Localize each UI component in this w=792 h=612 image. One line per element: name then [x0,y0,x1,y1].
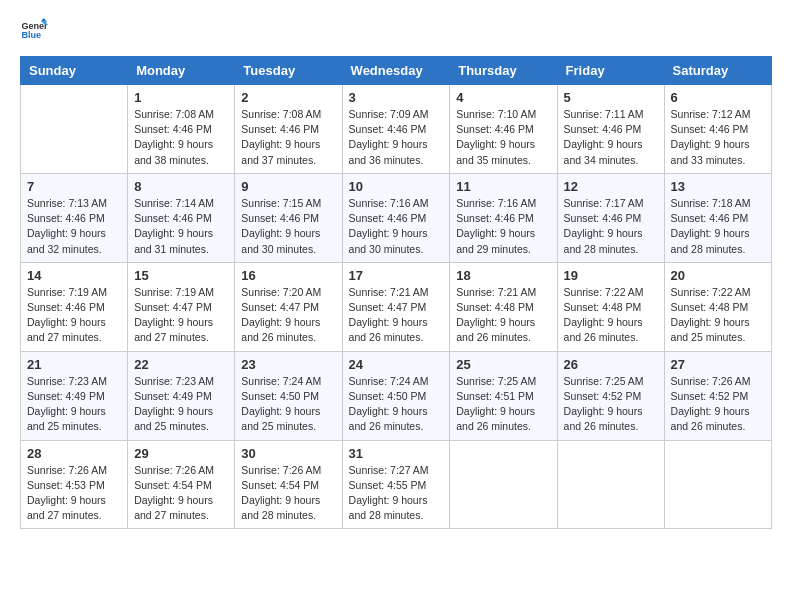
calendar-cell: 16Sunrise: 7:20 AMSunset: 4:47 PMDayligh… [235,262,342,351]
day-info: Sunrise: 7:22 AMSunset: 4:48 PMDaylight:… [671,285,765,346]
day-number: 11 [456,179,550,194]
day-info: Sunrise: 7:20 AMSunset: 4:47 PMDaylight:… [241,285,335,346]
day-number: 22 [134,357,228,372]
day-number: 29 [134,446,228,461]
day-number: 20 [671,268,765,283]
calendar-cell: 25Sunrise: 7:25 AMSunset: 4:51 PMDayligh… [450,351,557,440]
calendar-cell: 27Sunrise: 7:26 AMSunset: 4:52 PMDayligh… [664,351,771,440]
calendar-cell: 18Sunrise: 7:21 AMSunset: 4:48 PMDayligh… [450,262,557,351]
column-header-sunday: Sunday [21,57,128,85]
calendar-cell [21,85,128,174]
week-row-3: 14Sunrise: 7:19 AMSunset: 4:46 PMDayligh… [21,262,772,351]
day-info: Sunrise: 7:16 AMSunset: 4:46 PMDaylight:… [349,196,444,257]
day-number: 25 [456,357,550,372]
day-info: Sunrise: 7:12 AMSunset: 4:46 PMDaylight:… [671,107,765,168]
day-info: Sunrise: 7:21 AMSunset: 4:48 PMDaylight:… [456,285,550,346]
day-number: 26 [564,357,658,372]
day-info: Sunrise: 7:11 AMSunset: 4:46 PMDaylight:… [564,107,658,168]
day-info: Sunrise: 7:09 AMSunset: 4:46 PMDaylight:… [349,107,444,168]
day-number: 7 [27,179,121,194]
day-number: 30 [241,446,335,461]
day-info: Sunrise: 7:24 AMSunset: 4:50 PMDaylight:… [349,374,444,435]
day-number: 27 [671,357,765,372]
day-info: Sunrise: 7:25 AMSunset: 4:52 PMDaylight:… [564,374,658,435]
column-header-monday: Monday [128,57,235,85]
calendar-cell [557,440,664,529]
calendar-cell: 14Sunrise: 7:19 AMSunset: 4:46 PMDayligh… [21,262,128,351]
day-number: 21 [27,357,121,372]
day-number: 16 [241,268,335,283]
calendar-cell: 3Sunrise: 7:09 AMSunset: 4:46 PMDaylight… [342,85,450,174]
column-header-friday: Friday [557,57,664,85]
column-header-saturday: Saturday [664,57,771,85]
calendar-cell: 4Sunrise: 7:10 AMSunset: 4:46 PMDaylight… [450,85,557,174]
day-number: 18 [456,268,550,283]
day-info: Sunrise: 7:16 AMSunset: 4:46 PMDaylight:… [456,196,550,257]
week-row-4: 21Sunrise: 7:23 AMSunset: 4:49 PMDayligh… [21,351,772,440]
calendar-cell: 29Sunrise: 7:26 AMSunset: 4:54 PMDayligh… [128,440,235,529]
calendar-cell: 26Sunrise: 7:25 AMSunset: 4:52 PMDayligh… [557,351,664,440]
calendar-cell: 10Sunrise: 7:16 AMSunset: 4:46 PMDayligh… [342,173,450,262]
calendar-cell: 7Sunrise: 7:13 AMSunset: 4:46 PMDaylight… [21,173,128,262]
day-info: Sunrise: 7:19 AMSunset: 4:47 PMDaylight:… [134,285,228,346]
day-info: Sunrise: 7:15 AMSunset: 4:46 PMDaylight:… [241,196,335,257]
day-number: 23 [241,357,335,372]
calendar-cell: 1Sunrise: 7:08 AMSunset: 4:46 PMDaylight… [128,85,235,174]
day-number: 12 [564,179,658,194]
logo-icon: General Blue [20,16,48,44]
logo: General Blue [20,16,48,44]
day-number: 17 [349,268,444,283]
day-info: Sunrise: 7:22 AMSunset: 4:48 PMDaylight:… [564,285,658,346]
day-info: Sunrise: 7:19 AMSunset: 4:46 PMDaylight:… [27,285,121,346]
day-info: Sunrise: 7:21 AMSunset: 4:47 PMDaylight:… [349,285,444,346]
svg-marker-2 [41,18,47,22]
header-row: SundayMondayTuesdayWednesdayThursdayFrid… [21,57,772,85]
calendar-cell: 19Sunrise: 7:22 AMSunset: 4:48 PMDayligh… [557,262,664,351]
day-info: Sunrise: 7:08 AMSunset: 4:46 PMDaylight:… [241,107,335,168]
calendar-cell: 12Sunrise: 7:17 AMSunset: 4:46 PMDayligh… [557,173,664,262]
calendar-cell: 13Sunrise: 7:18 AMSunset: 4:46 PMDayligh… [664,173,771,262]
header: General Blue [20,16,772,44]
calendar-cell: 21Sunrise: 7:23 AMSunset: 4:49 PMDayligh… [21,351,128,440]
calendar-cell: 17Sunrise: 7:21 AMSunset: 4:47 PMDayligh… [342,262,450,351]
column-header-thursday: Thursday [450,57,557,85]
calendar-cell: 31Sunrise: 7:27 AMSunset: 4:55 PMDayligh… [342,440,450,529]
day-info: Sunrise: 7:26 AMSunset: 4:52 PMDaylight:… [671,374,765,435]
column-header-wednesday: Wednesday [342,57,450,85]
calendar-cell: 9Sunrise: 7:15 AMSunset: 4:46 PMDaylight… [235,173,342,262]
day-info: Sunrise: 7:14 AMSunset: 4:46 PMDaylight:… [134,196,228,257]
week-row-1: 1Sunrise: 7:08 AMSunset: 4:46 PMDaylight… [21,85,772,174]
calendar-cell: 28Sunrise: 7:26 AMSunset: 4:53 PMDayligh… [21,440,128,529]
calendar-cell: 2Sunrise: 7:08 AMSunset: 4:46 PMDaylight… [235,85,342,174]
day-info: Sunrise: 7:13 AMSunset: 4:46 PMDaylight:… [27,196,121,257]
day-info: Sunrise: 7:26 AMSunset: 4:54 PMDaylight:… [241,463,335,524]
day-number: 10 [349,179,444,194]
calendar-cell: 30Sunrise: 7:26 AMSunset: 4:54 PMDayligh… [235,440,342,529]
svg-text:Blue: Blue [21,30,41,40]
day-number: 19 [564,268,658,283]
calendar-cell: 8Sunrise: 7:14 AMSunset: 4:46 PMDaylight… [128,173,235,262]
day-info: Sunrise: 7:27 AMSunset: 4:55 PMDaylight:… [349,463,444,524]
day-info: Sunrise: 7:23 AMSunset: 4:49 PMDaylight:… [27,374,121,435]
day-number: 15 [134,268,228,283]
calendar-table: SundayMondayTuesdayWednesdayThursdayFrid… [20,56,772,529]
week-row-2: 7Sunrise: 7:13 AMSunset: 4:46 PMDaylight… [21,173,772,262]
calendar-cell [664,440,771,529]
day-info: Sunrise: 7:23 AMSunset: 4:49 PMDaylight:… [134,374,228,435]
calendar-cell: 23Sunrise: 7:24 AMSunset: 4:50 PMDayligh… [235,351,342,440]
column-header-tuesday: Tuesday [235,57,342,85]
calendar-cell: 5Sunrise: 7:11 AMSunset: 4:46 PMDaylight… [557,85,664,174]
calendar-cell: 6Sunrise: 7:12 AMSunset: 4:46 PMDaylight… [664,85,771,174]
day-info: Sunrise: 7:18 AMSunset: 4:46 PMDaylight:… [671,196,765,257]
day-number: 8 [134,179,228,194]
day-number: 2 [241,90,335,105]
week-row-5: 28Sunrise: 7:26 AMSunset: 4:53 PMDayligh… [21,440,772,529]
day-number: 31 [349,446,444,461]
day-number: 28 [27,446,121,461]
day-number: 5 [564,90,658,105]
day-number: 4 [456,90,550,105]
calendar-cell: 15Sunrise: 7:19 AMSunset: 4:47 PMDayligh… [128,262,235,351]
calendar-cell: 11Sunrise: 7:16 AMSunset: 4:46 PMDayligh… [450,173,557,262]
day-info: Sunrise: 7:10 AMSunset: 4:46 PMDaylight:… [456,107,550,168]
day-number: 9 [241,179,335,194]
